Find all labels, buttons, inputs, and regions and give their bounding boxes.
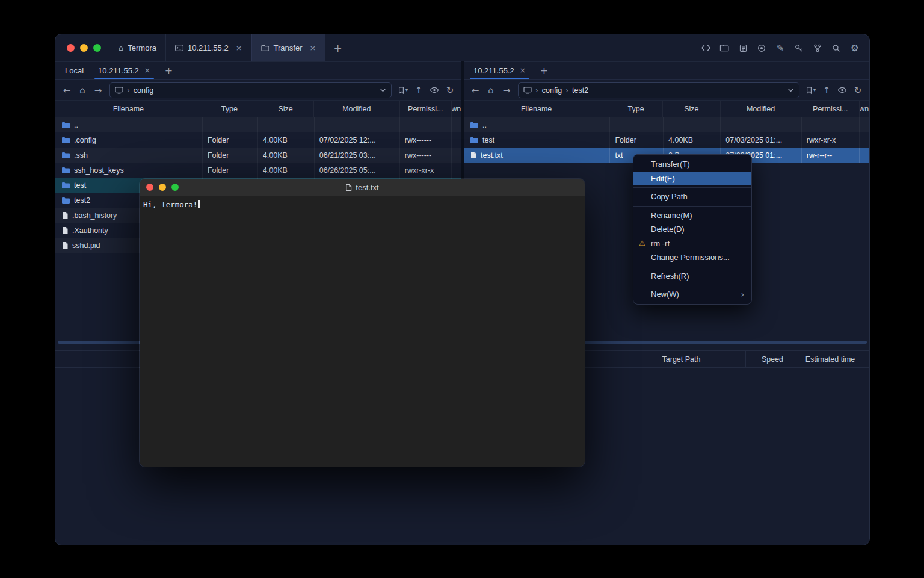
col-type[interactable]: Type (202, 101, 257, 117)
file-name: .. (74, 121, 78, 129)
settings-gear-icon[interactable]: ⚙ (849, 43, 860, 54)
col-speed[interactable]: Speed (745, 351, 799, 367)
folder-icon (470, 122, 479, 129)
toolbar: ✎ ⚙ (700, 34, 869, 61)
file-row[interactable]: .ssh Folder 4.00KB 06/21/2025 03:... rwx… (55, 148, 461, 163)
minimize-window-button[interactable] (80, 44, 88, 52)
menu-item-edit[interactable]: Edit(E) (633, 172, 751, 186)
show-hidden-eye-button[interactable] (428, 84, 441, 97)
home-button[interactable]: ⌂ (76, 84, 89, 97)
col-filename[interactable]: Filename (464, 101, 609, 117)
app-tab-termora[interactable]: ⌂ Termora (109, 34, 165, 61)
col-size[interactable]: Size (663, 101, 721, 117)
panel-new-tab-button[interactable]: + (158, 61, 180, 79)
refresh-button[interactable]: ↻ (443, 84, 457, 97)
window-controls (55, 34, 109, 61)
editor-content[interactable]: Hi, Termora! (140, 196, 585, 467)
close-tab-icon[interactable]: × (236, 43, 242, 52)
show-hidden-eye-button[interactable] (836, 84, 849, 97)
close-tab-icon[interactable]: × (520, 66, 526, 75)
search-icon[interactable] (831, 43, 842, 54)
close-window-button[interactable] (146, 184, 153, 191)
key-icon[interactable] (793, 43, 804, 54)
computer-icon (523, 87, 532, 94)
path-input[interactable]: › config (109, 82, 392, 98)
terminal-icon (175, 45, 183, 51)
menu-item-rm-rf[interactable]: ⚠ rm -rf (633, 237, 751, 251)
file-row[interactable]: test Folder 4.00KB 07/03/2025 01:... rwx… (464, 132, 869, 148)
menu-item-transfer[interactable]: Transfer(T) (633, 157, 751, 172)
col-type[interactable]: Type (609, 101, 663, 117)
forward-button[interactable]: → (91, 84, 105, 97)
upload-button[interactable]: ↑ (412, 84, 425, 97)
zoom-window-button[interactable] (171, 184, 179, 191)
chevron-right-icon: › (741, 290, 744, 299)
folder-icon[interactable] (719, 43, 730, 54)
col-target-path[interactable]: Target Path (617, 351, 745, 367)
close-tab-icon[interactable]: × (310, 43, 316, 52)
chevron-down-icon[interactable] (380, 88, 386, 92)
col-permissions[interactable]: Permissi... (801, 101, 860, 117)
col-permissions[interactable]: Permissi... (400, 101, 452, 117)
menu-item-rename[interactable]: Rename(M) (633, 208, 751, 223)
editor-titlebar[interactable]: test.txt (140, 179, 585, 196)
file-name: .config (74, 136, 96, 144)
pencil-icon[interactable]: ✎ (775, 43, 786, 54)
file-icon (61, 226, 69, 234)
file-row[interactable]: .config Folder 4.00KB 07/02/2025 12:... … (55, 132, 461, 148)
bookmark-caret-icon: ▾ (813, 87, 816, 93)
back-button[interactable]: ← (469, 84, 482, 97)
app-tab-host[interactable]: 10.211.55.2 × (165, 34, 251, 61)
panel-tab-host[interactable]: 10.211.55.2 × (91, 61, 158, 79)
col-owner[interactable]: Owner (860, 101, 869, 117)
bookmark-button[interactable]: ▾ (396, 84, 410, 97)
col-size[interactable]: Size (257, 101, 314, 117)
minimize-window-button[interactable] (159, 184, 166, 191)
chevron-down-icon[interactable] (787, 88, 794, 92)
upload-button[interactable]: ↑ (820, 84, 833, 97)
log-icon[interactable] (738, 43, 748, 54)
file-row[interactable]: .. (464, 117, 869, 132)
panel-tab-host[interactable]: 10.211.55.2 × (466, 61, 533, 79)
file-icon (61, 241, 69, 249)
forward-button[interactable]: → (500, 84, 513, 97)
code-icon[interactable] (700, 43, 711, 54)
breadcrumb-segment[interactable]: test2 (572, 86, 588, 95)
menu-item-delete[interactable]: Delete(D) (633, 222, 751, 237)
col-modified[interactable]: Modified (314, 101, 399, 117)
menu-item-copy-path[interactable]: Copy Path (633, 190, 751, 204)
close-window-button[interactable] (67, 44, 75, 52)
panel-tab-label: Local (65, 66, 84, 75)
branch-icon[interactable] (812, 43, 823, 54)
close-tab-icon[interactable]: × (144, 66, 150, 75)
file-row[interactable]: ssh_host_keys Folder 4.00KB 06/26/2025 0… (55, 163, 461, 178)
col-modified[interactable]: Modified (721, 101, 802, 117)
menu-item-refresh[interactable]: Refresh(R) (633, 269, 751, 284)
menu-item-change-permissions[interactable]: Change Permissions... (633, 250, 751, 265)
path-input[interactable]: › config › test2 (518, 82, 799, 98)
zoom-window-button[interactable] (93, 44, 101, 52)
file-row[interactable]: .. (55, 117, 461, 132)
col-estimated-time[interactable]: Estimated time (799, 351, 861, 367)
menu-item-new[interactable]: New(W) › (633, 287, 751, 302)
bookmark-button[interactable]: ▾ (804, 84, 818, 97)
breadcrumb-segment[interactable]: config (542, 86, 562, 95)
refresh-button[interactable]: ↻ (851, 84, 864, 97)
home-button[interactable]: ⌂ (484, 84, 497, 97)
file-name: test2 (74, 196, 90, 205)
col-owner[interactable]: Owner (452, 101, 461, 117)
app-tab-transfer[interactable]: Transfer × (251, 34, 326, 61)
panel-new-tab-button[interactable]: + (533, 61, 555, 79)
col-filename[interactable]: Filename (55, 101, 202, 117)
menu-separator (633, 285, 751, 285)
panel-tab-local[interactable]: Local (58, 61, 91, 79)
record-icon[interactable] (756, 43, 767, 54)
breadcrumb-segment[interactable]: config (134, 86, 153, 95)
folder-icon (61, 122, 70, 129)
back-button[interactable]: ← (60, 84, 73, 97)
folder-icon (61, 167, 70, 174)
new-app-tab-button[interactable]: + (325, 34, 350, 61)
folder-icon (61, 197, 70, 204)
titlebar: ⌂ Termora 10.211.55.2 × Transfer × + (55, 34, 869, 62)
folder-icon (470, 137, 479, 144)
